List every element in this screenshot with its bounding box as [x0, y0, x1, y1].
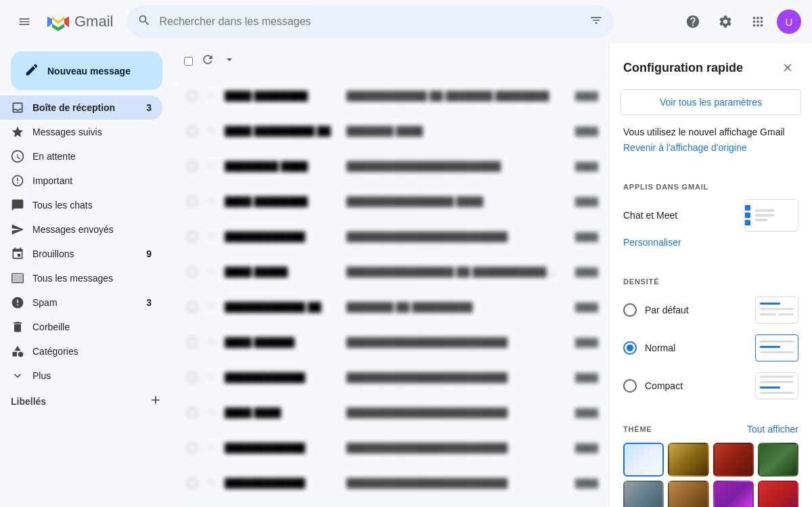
table-row[interactable]: ████ █████ ████████████████ ██ █████████…	[173, 255, 609, 290]
star-icon[interactable]	[206, 194, 222, 209]
table-row[interactable]: ████ ████ ████████████████████████ ████	[173, 395, 609, 431]
email-sender: ████ █████	[225, 267, 346, 278]
qs-title: Configuration rapide	[623, 61, 743, 75]
email-sender: ████████ ████	[225, 161, 346, 172]
sidebar-item-drafts[interactable]: Brouillons 9	[0, 242, 162, 266]
themes-label: THÈME	[623, 425, 652, 433]
row-checkbox[interactable]	[184, 303, 200, 311]
sidebar-item-label-sent: Messages envoyés	[32, 224, 152, 235]
theme-swatch-sunset[interactable]	[713, 443, 754, 477]
density-option-par-defaut[interactable]: Par défaut	[610, 291, 812, 329]
select-all-checkbox[interactable]	[184, 57, 193, 66]
search-bar[interactable]	[127, 5, 614, 38]
theme-swatch-purple[interactable]	[713, 481, 754, 507]
email-time: ████	[558, 443, 598, 453]
theme-swatch-sandy[interactable]	[668, 443, 708, 477]
theme-swatch-warm[interactable]	[668, 481, 708, 507]
star-icon[interactable]	[206, 441, 222, 456]
email-time: ████	[558, 162, 598, 171]
email-time: ████	[558, 127, 598, 136]
email-subject: ████████████████████████	[346, 407, 558, 418]
sidebar-item-snoozed[interactable]: En attente	[0, 144, 162, 169]
radio-normal	[623, 341, 637, 355]
theme-swatch-forest[interactable]	[758, 443, 798, 477]
settings-button[interactable]	[712, 8, 739, 35]
density-option-compact[interactable]: Compact	[610, 367, 812, 405]
sidebar-item-inbox[interactable]: Boîte de réception 3	[0, 95, 162, 120]
star-icon[interactable]	[206, 335, 222, 350]
personaliser-link[interactable]: Personnaliser	[610, 234, 812, 259]
email-subject: ███████████████████████	[346, 161, 558, 172]
sidebar-item-chats[interactable]: Tous les chats	[0, 193, 162, 217]
refresh-icon[interactable]	[201, 53, 215, 69]
table-row[interactable]: ████████████ ████████████████████████ ██…	[173, 219, 609, 255]
sidebar-item-important[interactable]: Important	[0, 169, 162, 193]
sidebar-item-all[interactable]: Tous les messages	[0, 266, 162, 290]
star-icon[interactable]	[206, 124, 222, 139]
sidebar-item-more[interactable]: Plus	[0, 363, 162, 388]
help-button[interactable]	[679, 8, 706, 35]
more-icon[interactable]	[223, 53, 236, 69]
search-icon	[137, 14, 151, 30]
apps-button[interactable]	[744, 8, 771, 35]
see-all-settings-button[interactable]: Voir tous les paramètres	[621, 89, 801, 115]
row-checkbox[interactable]	[184, 443, 200, 452]
themes-grid	[610, 440, 812, 507]
qs-close-button[interactable]	[777, 57, 798, 79]
revert-link[interactable]: Revenir à l'affichage d'origine	[610, 142, 812, 164]
star-icon[interactable]	[206, 300, 222, 315]
apps-label: Chat et Meet	[623, 210, 677, 221]
row-checkbox[interactable]	[184, 232, 200, 241]
star-icon[interactable]	[206, 229, 222, 244]
row-checkbox[interactable]	[184, 127, 200, 135]
row-checkbox[interactable]	[184, 162, 200, 171]
menu-icon[interactable]	[11, 8, 38, 35]
row-checkbox[interactable]	[184, 91, 200, 100]
theme-swatch-red[interactable]	[758, 481, 798, 507]
star-icon[interactable]	[206, 405, 222, 420]
star-icon[interactable]	[206, 265, 222, 280]
sidebar-item-label-inbox: Boîte de réception	[32, 102, 138, 113]
density-preview-par-defaut	[755, 296, 798, 324]
sidebar-item-sent[interactable]: Messages envoyés	[0, 217, 162, 242]
density-option-normal[interactable]: Normal	[610, 329, 812, 367]
star-icon[interactable]	[206, 159, 222, 174]
avatar[interactable]: U	[777, 9, 801, 34]
search-input[interactable]	[159, 16, 581, 28]
table-row[interactable]: ████ ████████ ████████████████ ████ ████	[173, 184, 609, 219]
table-row[interactable]: ████████████ ████████████████████████ ██…	[173, 431, 609, 466]
table-row[interactable]: ████ ████████ ████████████ ██ ███████ ██…	[173, 79, 609, 114]
density-label-compact: Compact	[645, 380, 747, 391]
sidebar: Nouveau message Boîte de réception 3 Mes…	[0, 43, 173, 507]
row-checkbox[interactable]	[184, 408, 200, 417]
table-row[interactable]: ████████████ ██ ███████ ██ █████████ ███…	[173, 290, 609, 325]
row-checkbox[interactable]	[184, 373, 200, 382]
table-row[interactable]: ████ █████████ ██ ███████ ████ ████	[173, 114, 609, 149]
row-checkbox[interactable]	[184, 267, 200, 276]
sidebar-item-label-more: Plus	[32, 370, 152, 381]
compose-button[interactable]: Nouveau message	[11, 51, 162, 90]
star-icon[interactable]	[206, 370, 222, 385]
table-row[interactable]: ████████████ ████████████████████████ ██…	[173, 360, 609, 395]
table-row[interactable]: ████████████ ████████████████████████ ██…	[173, 466, 609, 501]
theme-swatch-gray[interactable]	[623, 481, 664, 507]
table-row[interactable]: ████████ ████ ███████████████████████ ██…	[173, 149, 609, 184]
gmail-text: Gmail	[74, 13, 113, 30]
advanced-search-icon[interactable]	[589, 14, 603, 30]
email-subject: ████████████████ ██ █████████████	[346, 267, 558, 278]
table-row[interactable]: ████ ██████ ████████████████████████ ███…	[173, 325, 609, 360]
sidebar-item-spam[interactable]: Spam 3	[0, 290, 162, 315]
star-icon[interactable]	[206, 89, 222, 104]
main-layout: Nouveau message Boîte de réception 3 Mes…	[0, 43, 812, 507]
add-label-icon[interactable]	[149, 393, 162, 409]
sidebar-item-categories[interactable]: Catégories	[0, 339, 162, 363]
row-checkbox[interactable]	[184, 338, 200, 347]
themes-see-all[interactable]: Tout afficher	[747, 424, 798, 435]
sidebar-item-trash[interactable]: Corbeille	[0, 315, 162, 339]
row-checkbox[interactable]	[184, 197, 200, 206]
row-checkbox[interactable]	[184, 479, 200, 487]
sidebar-item-starred[interactable]: Messages suivis	[0, 120, 162, 144]
theme-swatch-default[interactable]	[623, 443, 664, 477]
more-nav-icon	[11, 369, 24, 382]
star-icon[interactable]	[206, 476, 222, 491]
